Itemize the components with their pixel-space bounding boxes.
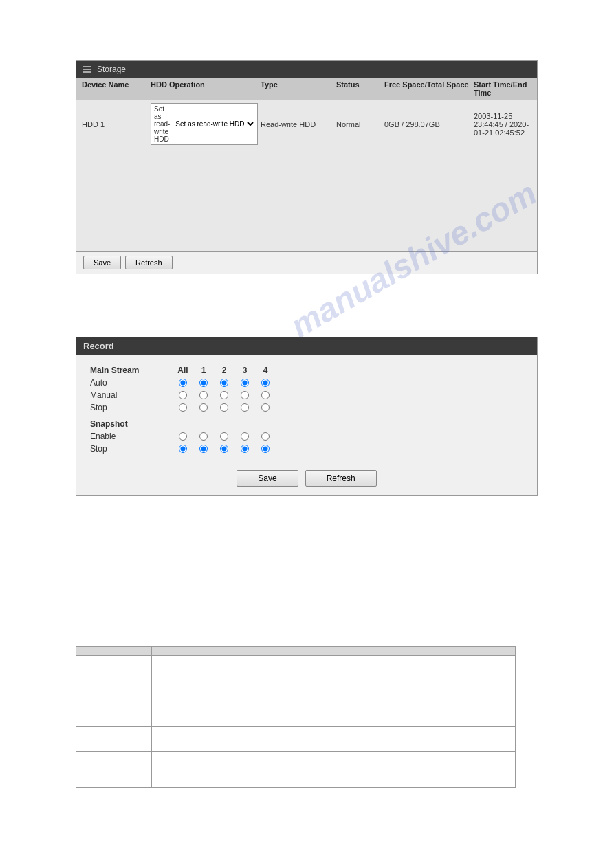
storage-title: Storage [97, 65, 126, 74]
stop-all-radio[interactable] [173, 403, 193, 412]
col-3: 3 [234, 366, 255, 375]
row2-col1 [76, 691, 152, 727]
hdd-status: Normal [335, 120, 383, 129]
hdd-free-total: 0GB / 298.07GB [383, 120, 472, 129]
manual-2-radio[interactable] [214, 391, 234, 399]
col-hdd-operation: HDD Operation [149, 80, 259, 98]
snap-stop-all-radio[interactable] [173, 445, 193, 453]
storage-title-bar: Storage [76, 61, 537, 78]
table-row [76, 691, 516, 727]
storage-panel: Storage Device Name HDD Operation Type S… [76, 60, 538, 274]
row3-col1 [76, 727, 152, 752]
record-grid: Main Stream All 1 2 3 4 Auto Manual Stop [90, 366, 523, 454]
row1-col1 [76, 656, 152, 691]
auto-3-radio[interactable] [234, 379, 255, 387]
stop-3-radio[interactable] [234, 403, 255, 412]
storage-table-body: HDD 1 Set as read-write HDD Set as read-… [76, 100, 537, 252]
col-device-name: Device Name [80, 80, 149, 98]
stop-label: Stop [90, 403, 173, 412]
record-footer: Save Refresh [76, 465, 537, 495]
record-title: Record [83, 341, 114, 351]
hdd-start-end-time: 2003-11-25 23:44:45 / 2020-01-21 02:45:5… [472, 111, 533, 137]
enable-4-radio[interactable] [255, 432, 276, 441]
hdd-operation-select[interactable]: Set as read-write HDD Set as read-only H… [173, 120, 256, 129]
auto-2-radio[interactable] [214, 379, 234, 387]
snap-stop-2-radio[interactable] [214, 445, 234, 453]
row3-col2 [152, 727, 516, 752]
storage-refresh-button[interactable]: Refresh [125, 256, 173, 269]
hdd-device-name: HDD 1 [80, 120, 149, 129]
col-2: 2 [214, 366, 234, 375]
enable-all-radio[interactable] [173, 432, 193, 441]
table-row: HDD 1 Set as read-write HDD Set as read-… [76, 100, 537, 148]
col-free-space: Free Space/Total Space [383, 80, 472, 98]
record-refresh-button[interactable]: Refresh [305, 470, 377, 487]
manual-1-radio[interactable] [193, 391, 214, 399]
auto-1-radio[interactable] [193, 379, 214, 387]
snap-stop-1-radio[interactable] [193, 445, 214, 453]
record-save-button[interactable]: Save [237, 470, 298, 487]
main-stream-label: Main Stream [90, 366, 173, 375]
col-status: Status [335, 80, 383, 98]
row1-col2 [152, 656, 516, 691]
enable-label: Enable [90, 432, 173, 441]
stop-2-radio[interactable] [214, 403, 234, 412]
snap-stop-3-radio[interactable] [234, 445, 255, 453]
enable-2-radio[interactable] [214, 432, 234, 441]
storage-footer: Save Refresh [76, 252, 537, 274]
record-panel: Record Main Stream All 1 2 3 4 Auto Manu… [76, 337, 538, 496]
row4-col2 [152, 752, 516, 788]
snapshot-stop-label: Stop [90, 444, 173, 454]
col-start-end-time: Start Time/End Time [472, 80, 533, 98]
table-row [76, 752, 516, 788]
stop-4-radio[interactable] [255, 403, 276, 412]
snapshot-label: Snapshot [90, 415, 173, 429]
storage-save-button[interactable]: Save [83, 256, 121, 269]
row2-col2 [152, 691, 516, 727]
table-row [76, 727, 516, 752]
bottom-table [76, 646, 516, 788]
bottom-col2-header [152, 647, 516, 656]
auto-label: Auto [90, 378, 173, 388]
enable-3-radio[interactable] [234, 432, 255, 441]
record-body: Main Stream All 1 2 3 4 Auto Manual Stop [76, 355, 537, 465]
hdd-operation-dropdown[interactable]: Set as read-write HDD Set as read-write … [151, 103, 258, 145]
col-type: Type [259, 80, 335, 98]
snap-stop-4-radio[interactable] [255, 445, 276, 453]
stop-1-radio[interactable] [193, 403, 214, 412]
record-title-bar: Record [76, 337, 537, 355]
auto-4-radio[interactable] [255, 379, 276, 387]
col-all: All [173, 366, 193, 375]
bottom-col1-header [76, 647, 152, 656]
hdd-type: Read-write HDD [259, 120, 335, 129]
enable-1-radio[interactable] [193, 432, 214, 441]
manual-all-radio[interactable] [173, 391, 193, 399]
col-4: 4 [255, 366, 276, 375]
manual-3-radio[interactable] [234, 391, 255, 399]
row4-col1 [76, 752, 152, 788]
manual-label: Manual [90, 390, 173, 400]
col-1: 1 [193, 366, 214, 375]
storage-table-header: Device Name HDD Operation Type Status Fr… [76, 78, 537, 100]
manual-4-radio[interactable] [255, 391, 276, 399]
table-row [76, 656, 516, 691]
hdd-operation-cell: Set as read-write HDD Set as read-write … [149, 102, 259, 146]
menu-icon [83, 66, 91, 73]
auto-all-radio[interactable] [173, 379, 193, 387]
